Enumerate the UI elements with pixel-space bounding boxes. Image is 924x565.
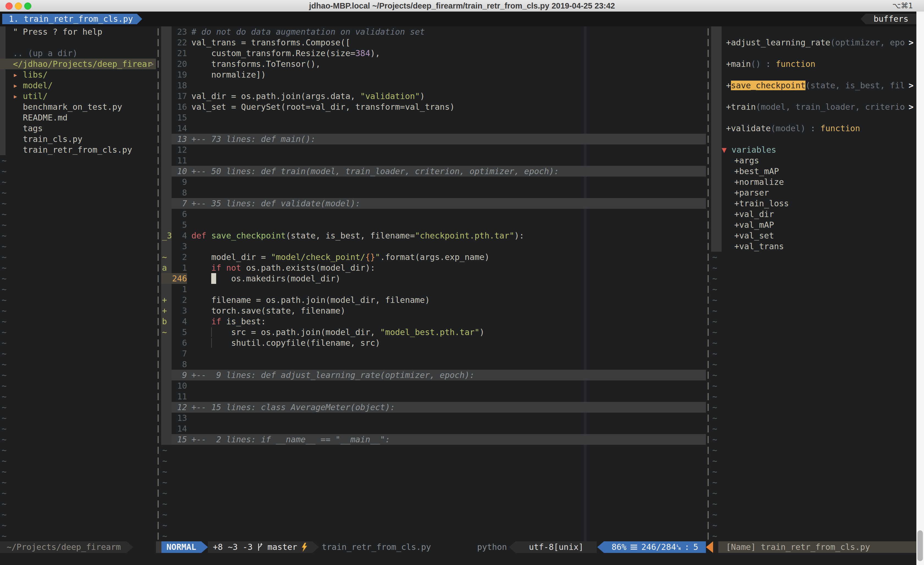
tag-args[interactable]: +args (711, 155, 916, 166)
line-number: 4 (172, 316, 187, 327)
tag-blank-line (711, 48, 916, 59)
code-line[interactable]: 15 (161, 112, 706, 123)
code-line[interactable]: ~5 src = os.path.join(model_dir, "model_… (161, 327, 706, 338)
code-line[interactable]: 3 (161, 241, 706, 252)
code-line[interactable]: 1 (161, 284, 706, 295)
tree-item-util[interactable]: ▸ util/ (0, 91, 156, 102)
code-line[interactable]: 246 os.makedirs(model_dir) (161, 273, 706, 284)
fold-line[interactable]: 13+-- 73 lines: def main(): (161, 134, 706, 144)
empty-line-tilde: ~ (0, 499, 156, 509)
code-line[interactable]: 19 normalize]) (161, 69, 706, 80)
powerline-arrow-icon (201, 541, 208, 553)
tag-validate[interactable]: +validate(model) : function (711, 123, 916, 134)
tag-train_loss[interactable]: +train_loss (711, 198, 916, 209)
code-line[interactable]: +3 torch.save(state, filename) (161, 305, 706, 316)
tree-up-dir[interactable]: .. (up a dir) (0, 48, 156, 59)
code-line[interactable]: 9 (161, 177, 706, 187)
powerline-arrow-icon (597, 541, 604, 553)
code-line[interactable]: 6 shutil.copyfile(filename, src) (161, 338, 706, 348)
fold-line[interactable]: 12+-- 15 lines: class AverageMeter(objec… (161, 402, 706, 413)
empty-line-tilde: ~ (0, 359, 156, 370)
code-line[interactable]: 6 (161, 209, 706, 219)
tree-item-model[interactable]: ▸ model/ (0, 80, 156, 91)
code-line[interactable]: 11 (161, 391, 706, 402)
empty-line-tilde: ~ (0, 219, 156, 230)
sign-column-cell (161, 380, 172, 391)
empty-line-tilde: ~ (0, 402, 156, 413)
line-text: if is_best: (191, 316, 266, 327)
tag-val_dir[interactable]: +val_dir (711, 209, 916, 219)
tag-val_mAP[interactable]: +val_mAP (711, 219, 916, 230)
tag-val_trans[interactable]: +val_trans (711, 241, 916, 252)
fold-line[interactable]: 15+-- 2 lines: if __name__ == "__main__"… (161, 434, 706, 445)
window-separator-right[interactable] (708, 26, 709, 541)
scrollbar-track[interactable] (916, 12, 924, 565)
tag-adjust_learning_rate[interactable]: +adjust_learning_rate(optimizer, epo> (711, 37, 916, 48)
scrollbar-thumb[interactable] (917, 530, 923, 561)
buffers-arrow-icon (861, 14, 866, 24)
buffers-label[interactable]: buffers (866, 14, 916, 24)
code-line[interactable]: 11 (161, 155, 706, 166)
code-line[interactable]: b4 if is_best: (161, 316, 706, 327)
line-number: 14 (172, 123, 187, 134)
tag-normalize[interactable]: +normalize (711, 177, 916, 187)
line-number: 12 (172, 144, 187, 155)
fold-line[interactable]: 7+-- 35 lines: def validate(model): (161, 198, 706, 209)
line-number: 14 (172, 423, 187, 434)
tag-parser[interactable]: +parser (711, 187, 916, 198)
tree-item-train_clspy[interactable]: train_cls.py (0, 134, 156, 144)
code-line[interactable]: 8 (161, 359, 706, 370)
code-line[interactable]: 12 (161, 144, 706, 155)
code-line[interactable]: +2 filename = os.path.join(model_dir, fi… (161, 295, 706, 305)
code-line[interactable]: 22val_trans = transforms.Compose([ (161, 37, 706, 48)
line-text: normalize]) (191, 69, 266, 80)
fold-line[interactable]: 10+-- 50 lines: def train(model, train_l… (161, 166, 706, 177)
powerline-arrow-icon (126, 541, 133, 553)
line-text: os.makedirs(model_dir) (191, 273, 340, 284)
line-number: 5 (172, 327, 187, 338)
text-cursor (211, 273, 216, 284)
tree-item-benchmark_on_testpy[interactable]: benchmark_on_test.py (0, 102, 156, 112)
code-line[interactable]: 17val_dir = os.path.join(args.data, "val… (161, 91, 706, 102)
tag-save_checkpoint[interactable]: +save_checkpoint(state, is_best, fil> (711, 80, 916, 91)
tree-item-train_retr_from_clspy[interactable]: train_retr_from_cls.py (0, 144, 156, 155)
code-line[interactable]: 13 (161, 413, 706, 423)
line-number: 7 (172, 198, 187, 209)
code-line[interactable]: 8 (161, 187, 706, 198)
code-line[interactable]: 18 (161, 80, 706, 91)
window-separator-left[interactable] (158, 26, 159, 541)
code-line[interactable]: 20 transforms.ToTensor(), (161, 59, 706, 69)
empty-line-tilde: ~ (711, 348, 916, 359)
highlighted-tag: save_checkpoint (731, 81, 806, 90)
empty-line-tilde: ~ (0, 284, 156, 295)
code-line[interactable]: 5 (161, 219, 706, 230)
tag-main[interactable]: +main() : function (711, 59, 916, 69)
code-line[interactable]: 14 (161, 423, 706, 434)
code-line[interactable]: a1 if not os.path.exists(model_dir): (161, 262, 706, 273)
code-line[interactable]: 7 (161, 348, 706, 359)
tree-root-selected[interactable]: </jdhao/Projects/deep_firear> (0, 59, 156, 69)
code-line[interactable]: 10 (161, 380, 706, 391)
tree-help-line[interactable]: " Press ? for help (0, 26, 156, 37)
tab-current-buffer[interactable]: 1. train_retr_from_cls.py (2, 14, 137, 24)
code-line[interactable]: 23# do not do data augmentation on valid… (161, 26, 706, 37)
command-line[interactable] (0, 553, 916, 565)
fold-line[interactable]: 9+-- 9 lines: def adjust_learning_rate(o… (161, 370, 706, 380)
code-line[interactable]: 16val_set = QuerySet(root=val_dir, trans… (161, 102, 706, 112)
tree-item-READMEmd[interactable]: README.md (0, 112, 156, 123)
tree-item-tags[interactable]: tags (0, 123, 156, 134)
tag-best_mAP[interactable]: +best_mAP (711, 166, 916, 177)
code-line[interactable]: 14 (161, 123, 706, 134)
code-line[interactable]: _34def save_checkpoint(state, is_best, f… (161, 230, 706, 241)
line-number: 1 (172, 262, 187, 273)
line-text: +-- 2 lines: if __name__ == "__main__": (191, 434, 390, 445)
sign-column-cell: ~ (161, 327, 172, 338)
tag-train[interactable]: +train(model, train_loader, criterio> (711, 102, 916, 112)
tag-scope-variables[interactable]: ▼ variables (711, 144, 916, 155)
code-line[interactable]: 21 custom_transform.Resize(size=384), (161, 48, 706, 59)
line-text: filename = os.path.join(model_dir, filen… (191, 295, 430, 305)
code-line[interactable]: ~2 model_dir = "model/check_point/{}".fo… (161, 252, 706, 262)
tag-val_set[interactable]: +val_set (711, 230, 916, 241)
tree-item-libs[interactable]: ▸ libs/ (0, 69, 156, 80)
empty-line-tilde: ~ (711, 305, 916, 316)
